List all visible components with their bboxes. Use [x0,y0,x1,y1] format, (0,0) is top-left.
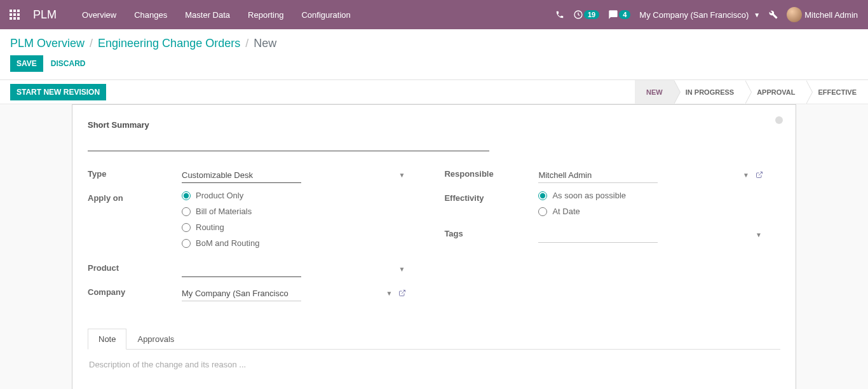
radio-bom[interactable]: Bill of Materials [182,207,406,216]
nav-master-data[interactable]: Master Data [177,6,238,24]
form-view: Short Summary Type ▼ Apply on [0,104,868,389]
svg-rect-7 [13,17,16,20]
svg-rect-1 [13,10,16,12]
type-input[interactable] [182,168,301,183]
tab-note[interactable]: Note [88,329,126,350]
svg-rect-4 [13,13,16,16]
svg-rect-3 [10,13,12,16]
radio-asap[interactable]: As soon as possible [538,191,763,200]
chevron-down-icon[interactable]: ▼ [398,172,405,179]
svg-rect-5 [17,13,20,16]
tags-input[interactable] [538,228,658,243]
avatar [787,7,802,22]
responsible-label: Responsible [444,167,538,184]
company-label: Company [88,285,182,303]
radio-routing[interactable]: Routing [182,222,406,232]
company-name: My Company (San Francisco) [639,10,749,20]
chevron-down-icon: ▼ [754,11,760,18]
nav-changes[interactable]: Changes [126,6,175,24]
breadcrumb-sep: / [90,37,93,50]
start-revision-button[interactable]: START NEW REVISION [10,84,106,100]
breadcrumb-current: New [254,37,276,50]
company-switcher[interactable]: My Company (San Francisco) ▼ [639,10,760,20]
title-label: Short Summary [88,120,780,130]
nav-menu: Overview Changes Master Data Reporting C… [74,6,358,24]
product-label: Product [88,261,182,278]
svg-rect-2 [17,10,20,12]
type-label: Type [88,167,182,184]
breadcrumb-parent[interactable]: Engineering Change Orders [98,37,240,50]
nav-configuration[interactable]: Configuration [294,6,358,24]
chevron-down-icon[interactable]: ▼ [756,231,762,238]
description-placeholder[interactable]: Description of the change and its reason… [89,360,779,369]
nav-reporting[interactable]: Reporting [240,6,291,24]
stage-effective[interactable]: EFFECTIVE [806,80,868,104]
svg-line-11 [759,172,763,176]
save-button[interactable]: SAVE [10,55,43,72]
svg-line-10 [402,290,405,294]
chevron-down-icon[interactable]: ▼ [386,290,392,297]
user-name: Mitchell Admin [804,10,858,20]
tags-label: Tags [444,226,538,244]
debug-icon[interactable] [769,10,778,19]
apply-on-radios: Product Only Bill of Materials Routing B… [182,191,406,248]
discard-button[interactable]: DISCARD [48,55,88,72]
radio-bom-routing[interactable]: BoM and Routing [182,238,406,248]
notebook: Note Approvals Description of the change… [88,328,780,379]
product-input[interactable] [182,262,301,277]
external-link-icon[interactable] [756,170,763,181]
radio-product-only[interactable]: Product Only [182,191,406,200]
breadcrumb-sep: / [245,37,248,50]
message-badge: 4 [619,10,630,19]
stage-in-progress[interactable]: IN PROGRESS [674,80,745,104]
activity-icon[interactable]: 19 [573,10,599,20]
form-sheet: Short Summary Type ▼ Apply on [72,104,796,389]
breadcrumb: PLM Overview / Engineering Change Orders… [0,29,868,55]
effectivity-radios: As soon as possible At Date [538,191,763,216]
stage-approval[interactable]: APPROVAL [745,80,806,104]
apps-menu-icon[interactable] [5,10,24,20]
kanban-state-dot[interactable] [775,116,783,124]
svg-rect-8 [17,17,20,20]
tab-approvals[interactable]: Approvals [126,329,185,350]
svg-rect-0 [10,10,12,12]
phone-icon[interactable] [555,10,564,19]
left-column: Type ▼ Apply on Product Only Bill of Mat… [88,167,406,309]
app-brand[interactable]: PLM [33,8,57,22]
navbar: PLM Overview Changes Master Data Reporti… [0,0,868,29]
stages: NEW IN PROGRESS APPROVAL EFFECTIVE [635,80,868,104]
user-menu[interactable]: Mitchell Admin [787,7,858,22]
messaging-icon[interactable]: 4 [608,10,630,20]
cp-buttons: SAVE DISCARD [0,55,868,79]
statusbar: START NEW REVISION NEW IN PROGRESS APPRO… [0,80,868,104]
responsible-input[interactable] [538,168,658,183]
effectivity-label: Effectivity [444,191,538,216]
control-panel: PLM Overview / Engineering Change Orders… [0,29,868,80]
right-column: Responsible ▼ Effectivity [444,167,763,309]
tab-content: Description of the change and its reason… [88,350,780,379]
tabs: Note Approvals [88,328,780,350]
apply-on-label: Apply on [88,191,182,248]
company-input[interactable] [182,286,301,301]
radio-at-date[interactable]: At Date [538,207,763,216]
chevron-down-icon[interactable]: ▼ [398,266,405,273]
nav-overview[interactable]: Overview [74,6,124,24]
external-link-icon[interactable] [398,289,406,299]
title-group: Short Summary [88,120,780,151]
svg-rect-6 [10,17,12,20]
breadcrumb-root[interactable]: PLM Overview [10,37,85,50]
activity-badge: 19 [584,10,599,19]
chevron-down-icon[interactable]: ▼ [743,172,749,179]
systray: 19 4 My Company (San Francisco) ▼ Mitche… [555,7,863,22]
summary-input[interactable] [88,132,489,151]
stage-new[interactable]: NEW [635,80,674,104]
